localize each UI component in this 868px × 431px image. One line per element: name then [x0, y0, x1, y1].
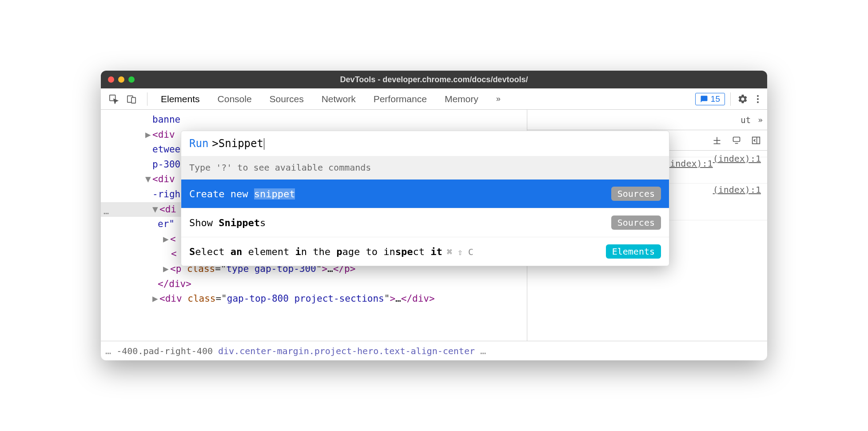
styles-subtab[interactable]: ut [739, 115, 753, 125]
source-link[interactable]: (index):1 [713, 153, 761, 164]
command-item-badge: Elements [606, 244, 661, 259]
breadcrumb: … -400.pad-right-400 div.center-margin.p… [101, 341, 767, 360]
toggle-sidebar-icon[interactable] [749, 134, 763, 147]
command-menu-item[interactable]: Select an element in the page to inspect… [181, 237, 669, 266]
tab-memory[interactable]: Memory [437, 88, 486, 109]
window-close-button[interactable] [108, 76, 114, 83]
dom-tree-line[interactable]: ▶<div class="gap-top-800 project-section… [101, 291, 527, 307]
command-menu: Run >Snippet Type '?' to see available c… [181, 131, 669, 266]
new-style-rule-icon[interactable] [710, 134, 724, 147]
command-item-badge: Sources [611, 216, 661, 230]
command-item-badge: Sources [611, 187, 661, 201]
tab-network[interactable]: Network [314, 88, 364, 109]
window-zoom-button[interactable] [128, 76, 135, 83]
more-options-icon[interactable] [751, 92, 764, 106]
toggle-hover-icon[interactable] [730, 134, 743, 147]
issues-button[interactable]: 15 [695, 93, 725, 105]
titlebar: DevTools - developer.chrome.com/docs/dev… [101, 71, 767, 88]
source-link[interactable]: (index):1 [665, 158, 713, 169]
settings-icon[interactable] [736, 92, 749, 106]
styles-overflow-icon[interactable]: » [758, 115, 763, 124]
command-input[interactable]: >Snippet [212, 137, 264, 150]
device-toolbar-icon[interactable] [125, 92, 138, 106]
tab-console[interactable]: Console [210, 88, 260, 109]
command-hint: Type '?' to see available commands [181, 156, 669, 179]
dom-tree-line[interactable]: </div> [101, 277, 527, 292]
window-title: DevTools - developer.chrome.com/docs/dev… [101, 75, 767, 84]
dom-tree-line[interactable]: banne [101, 112, 527, 128]
tab-sources[interactable]: Sources [262, 88, 312, 109]
breadcrumb-item[interactable]: -400.pad-right-400 [116, 346, 213, 356]
source-link[interactable]: (index):1 [713, 184, 761, 195]
breadcrumb-item[interactable]: div.center-margin.project-hero.text-alig… [218, 346, 475, 356]
tabs-overflow-icon[interactable]: » [488, 88, 509, 109]
svg-rect-6 [733, 137, 740, 141]
command-menu-item[interactable]: Create new snippetSources [181, 179, 669, 208]
command-run-label: Run [189, 137, 208, 150]
breadcrumb-right-ellipsis[interactable]: … [480, 345, 486, 356]
svg-rect-2 [131, 97, 135, 103]
main-tabbar: Elements Console Sources Network Perform… [101, 88, 767, 110]
issues-count: 15 [711, 94, 720, 104]
inspect-element-icon[interactable] [107, 92, 120, 106]
dom-ellipsis-icon: ⋯ [104, 208, 109, 219]
tab-elements[interactable]: Elements [153, 88, 208, 109]
breadcrumb-left-ellipsis[interactable]: … [105, 345, 111, 356]
command-menu-item[interactable]: Show SnippetsSources [181, 208, 669, 237]
window-minimize-button[interactable] [118, 76, 124, 83]
tab-performance[interactable]: Performance [366, 88, 435, 109]
